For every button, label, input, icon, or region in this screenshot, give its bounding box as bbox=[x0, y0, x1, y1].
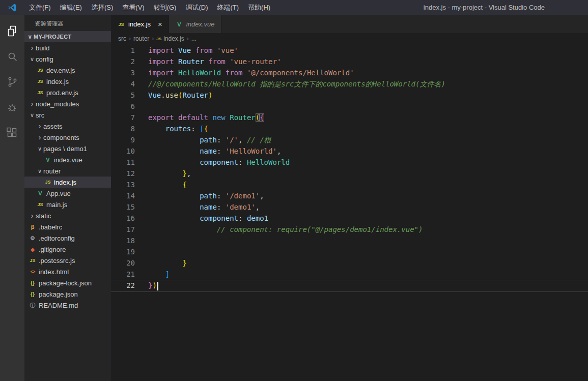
sidebar-explorer: 资源管理器 ∨ MY-PROJECT ›build∨configJSdev.en… bbox=[24, 15, 111, 381]
activity-bar-item-extensions[interactable] bbox=[0, 120, 24, 145]
code-line-7[interactable]: 7export default new Router({ bbox=[111, 112, 588, 123]
js-file-icon: JS bbox=[36, 202, 44, 207]
menu-item-f[interactable]: 文件(F) bbox=[24, 0, 55, 15]
js-file-icon: JS bbox=[36, 90, 44, 95]
tree-item-label: router bbox=[43, 167, 61, 175]
tree-item-label: pages \ demo1 bbox=[43, 145, 87, 153]
code-line-14[interactable]: 14 path: '/demo1', bbox=[111, 190, 588, 201]
code-line-1[interactable]: 1import Vue from 'vue' bbox=[111, 45, 588, 56]
breadcrumb-item-...[interactable]: ... bbox=[191, 35, 197, 42]
activity-bar-item-source-control[interactable] bbox=[0, 69, 24, 95]
tab-bar: JSindex.js×Vindex.vue bbox=[111, 15, 588, 33]
code-text: { bbox=[135, 179, 187, 190]
tree-item-readme.md[interactable]: ⓘREADME.md bbox=[24, 300, 111, 311]
window-title: index.js - my-project - Visual Studio Co… bbox=[424, 0, 545, 15]
code-line-2[interactable]: 2import Router from 'vue-router' bbox=[111, 56, 588, 67]
menu-item-v[interactable]: 查看(V) bbox=[118, 0, 149, 15]
workbench: 资源管理器 ∨ MY-PROJECT ›build∨configJSdev.en… bbox=[0, 15, 588, 381]
menu-item-t[interactable]: 终端(T) bbox=[212, 0, 243, 15]
explorer-icon bbox=[6, 25, 18, 37]
code-line-20[interactable]: 20 } bbox=[111, 257, 588, 269]
activity-bar-item-search[interactable] bbox=[0, 44, 24, 69]
code-line-16[interactable]: 16 component: demo1 bbox=[111, 213, 588, 224]
tree-item-.editorconfig[interactable]: ⚙.editorconfig bbox=[24, 232, 111, 244]
tree-item-router[interactable]: ∨router bbox=[24, 165, 111, 177]
chevron-right-icon: › bbox=[29, 98, 36, 109]
code-line-9[interactable]: 9 path: '/', // /根 bbox=[111, 134, 588, 145]
tree-item-main.js[interactable]: JSmain.js bbox=[24, 199, 111, 210]
tree-item-package-lock.json[interactable]: {}package-lock.json bbox=[24, 277, 111, 288]
code-line-5[interactable]: 5Vue.use(Router) bbox=[111, 90, 588, 101]
line-number: 9 bbox=[111, 134, 135, 145]
code-line-8[interactable]: 8 routes: [{ bbox=[111, 123, 588, 134]
tree-item-label: index.js bbox=[54, 179, 76, 186]
tree-item-build[interactable]: ›build bbox=[24, 42, 111, 53]
tree-item-components[interactable]: ›components bbox=[24, 132, 111, 143]
vue-file-icon: V bbox=[36, 190, 44, 196]
json-file-icon: {} bbox=[29, 280, 37, 286]
tree-item-label: src bbox=[36, 111, 44, 119]
line-number: 8 bbox=[111, 123, 135, 134]
tree-item-.babelrc[interactable]: β.babelrc bbox=[24, 221, 111, 232]
tree-item-node-modules[interactable]: ›node_modules bbox=[24, 98, 111, 109]
activity-bar-item-debug[interactable] bbox=[0, 95, 24, 120]
tree-item-assets[interactable]: ›assets bbox=[24, 121, 111, 132]
extensions-icon bbox=[6, 127, 18, 139]
line-number: 1 bbox=[111, 45, 135, 56]
code-editor[interactable]: 1import Vue from 'vue'2import Router fro… bbox=[111, 44, 588, 381]
code-line-15[interactable]: 15 name: 'demo1', bbox=[111, 201, 588, 213]
tree-item-src[interactable]: ∨src bbox=[24, 109, 111, 121]
code-line-18[interactable]: 18 bbox=[111, 235, 588, 246]
tree-item-index.html[interactable]: <>index.html bbox=[24, 266, 111, 277]
tree-item-config[interactable]: ∨config bbox=[24, 53, 111, 65]
chevron-down-icon: ∨ bbox=[36, 165, 43, 177]
code-line-6[interactable]: 6 bbox=[111, 101, 588, 112]
menu-item-g[interactable]: 转到(G) bbox=[149, 0, 181, 15]
menu-item-h[interactable]: 帮助(H) bbox=[243, 0, 275, 15]
tree-item-index.js[interactable]: JSindex.js bbox=[24, 177, 111, 188]
tree-item-pages-demo1[interactable]: ∨pages \ demo1 bbox=[24, 143, 111, 154]
breadcrumb-item-router[interactable]: router bbox=[133, 35, 149, 42]
code-line-22[interactable]: 22}) bbox=[111, 280, 588, 292]
file-tree: ›build∨configJSdev.env.jsJSindex.jsJSpro… bbox=[24, 42, 111, 311]
menu-item-d[interactable]: 调试(D) bbox=[181, 0, 212, 15]
js-file-icon: JS bbox=[44, 180, 52, 185]
code-line-11[interactable]: 11 component: HelloWorld bbox=[111, 157, 588, 168]
code-line-13[interactable]: 13 { bbox=[111, 179, 588, 190]
code-text: routes: [{ bbox=[135, 123, 208, 134]
code-line-12[interactable]: 12 }, bbox=[111, 168, 588, 179]
code-text: import Vue from 'vue' bbox=[135, 45, 238, 56]
tree-item-dev.env.js[interactable]: JSdev.env.js bbox=[24, 65, 111, 76]
activity-bar-item-explorer[interactable] bbox=[0, 18, 24, 44]
tree-item-app.vue[interactable]: VApp.vue bbox=[24, 188, 111, 199]
chevron-right-icon: › bbox=[36, 132, 43, 143]
tree-item-index.js[interactable]: JSindex.js bbox=[24, 76, 111, 87]
code-text: ] bbox=[135, 269, 170, 280]
code-line-17[interactable]: 17 // component: require("@/pages/demo1/… bbox=[111, 224, 588, 235]
line-number: 12 bbox=[111, 168, 135, 179]
code-text: name: 'HelloWorld', bbox=[135, 145, 281, 157]
tree-item-static[interactable]: ›static bbox=[24, 210, 111, 221]
code-line-4[interactable]: 4//@/components/HelloWorld 指的是src文件下的com… bbox=[111, 78, 588, 90]
menu-item-s[interactable]: 选择(S) bbox=[87, 0, 118, 15]
tree-item-index.vue[interactable]: Vindex.vue bbox=[24, 154, 111, 165]
breadcrumb-item-index.js[interactable]: JSindex.js bbox=[156, 35, 184, 42]
tree-item-.postcssrc.js[interactable]: JS.postcssrc.js bbox=[24, 255, 111, 266]
tree-root-my-project[interactable]: ∨ MY-PROJECT bbox=[24, 31, 111, 42]
code-line-10[interactable]: 10 name: 'HelloWorld', bbox=[111, 145, 588, 157]
tree-item-prod.env.js[interactable]: JSprod.env.js bbox=[24, 87, 111, 98]
menu-item-e[interactable]: 编辑(E) bbox=[55, 0, 87, 15]
tree-item-.gitignore[interactable]: ◆.gitignore bbox=[24, 244, 111, 255]
tab-label: index.vue bbox=[186, 20, 215, 28]
code-line-19[interactable]: 19 bbox=[111, 246, 588, 257]
close-icon[interactable]: × bbox=[158, 20, 162, 28]
tab-index.vue[interactable]: Vindex.vue bbox=[169, 15, 221, 33]
code-line-3[interactable]: 3import HelloWorld from '@/components/He… bbox=[111, 67, 588, 78]
code-line-21[interactable]: 21 ] bbox=[111, 269, 588, 280]
editorconfig-file-icon: ⚙ bbox=[29, 235, 37, 242]
breadcrumb-item-src[interactable]: src bbox=[118, 35, 126, 42]
tab-index.js[interactable]: JSindex.js× bbox=[111, 15, 169, 33]
tree-item-package.json[interactable]: {}package.json bbox=[24, 288, 111, 300]
html-file-icon: <> bbox=[29, 269, 37, 274]
code-text: name: 'demo1', bbox=[135, 201, 260, 213]
